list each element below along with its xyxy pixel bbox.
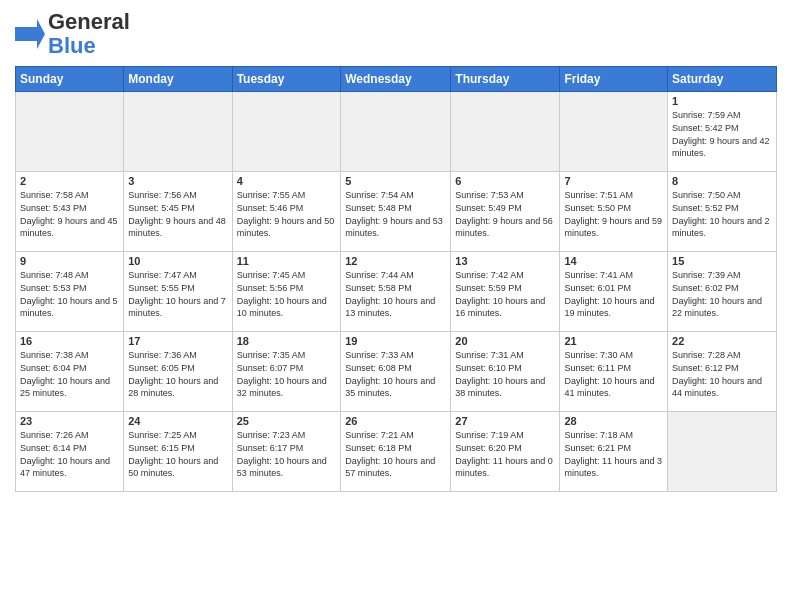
table-row (232, 92, 341, 172)
day-number: 2 (20, 175, 119, 187)
day-info: Sunrise: 7:54 AM Sunset: 5:48 PM Dayligh… (345, 189, 446, 239)
day-number: 1 (672, 95, 772, 107)
table-row: 4Sunrise: 7:55 AM Sunset: 5:46 PM Daylig… (232, 172, 341, 252)
day-info: Sunrise: 7:18 AM Sunset: 6:21 PM Dayligh… (564, 429, 663, 479)
day-number: 7 (564, 175, 663, 187)
day-info: Sunrise: 7:19 AM Sunset: 6:20 PM Dayligh… (455, 429, 555, 479)
calendar-row: 1Sunrise: 7:59 AM Sunset: 5:42 PM Daylig… (16, 92, 777, 172)
day-number: 16 (20, 335, 119, 347)
table-row: 7Sunrise: 7:51 AM Sunset: 5:50 PM Daylig… (560, 172, 668, 252)
calendar-row: 9Sunrise: 7:48 AM Sunset: 5:53 PM Daylig… (16, 252, 777, 332)
table-row: 20Sunrise: 7:31 AM Sunset: 6:10 PM Dayli… (451, 332, 560, 412)
table-row (124, 92, 232, 172)
table-row: 21Sunrise: 7:30 AM Sunset: 6:11 PM Dayli… (560, 332, 668, 412)
table-row: 28Sunrise: 7:18 AM Sunset: 6:21 PM Dayli… (560, 412, 668, 492)
day-info: Sunrise: 7:28 AM Sunset: 6:12 PM Dayligh… (672, 349, 772, 399)
table-row: 13Sunrise: 7:42 AM Sunset: 5:59 PM Dayli… (451, 252, 560, 332)
page: General Blue SundayMondayTuesdayWednesda… (0, 0, 792, 502)
day-number: 5 (345, 175, 446, 187)
table-row: 15Sunrise: 7:39 AM Sunset: 6:02 PM Dayli… (668, 252, 777, 332)
weekday-header-wednesday: Wednesday (341, 67, 451, 92)
day-info: Sunrise: 7:48 AM Sunset: 5:53 PM Dayligh… (20, 269, 119, 319)
logo-text: General Blue (48, 10, 130, 58)
table-row: 16Sunrise: 7:38 AM Sunset: 6:04 PM Dayli… (16, 332, 124, 412)
day-info: Sunrise: 7:50 AM Sunset: 5:52 PM Dayligh… (672, 189, 772, 239)
table-row: 5Sunrise: 7:54 AM Sunset: 5:48 PM Daylig… (341, 172, 451, 252)
day-info: Sunrise: 7:56 AM Sunset: 5:45 PM Dayligh… (128, 189, 227, 239)
day-info: Sunrise: 7:45 AM Sunset: 5:56 PM Dayligh… (237, 269, 337, 319)
day-number: 25 (237, 415, 337, 427)
table-row: 10Sunrise: 7:47 AM Sunset: 5:55 PM Dayli… (124, 252, 232, 332)
day-info: Sunrise: 7:36 AM Sunset: 6:05 PM Dayligh… (128, 349, 227, 399)
day-number: 23 (20, 415, 119, 427)
weekday-header-sunday: Sunday (16, 67, 124, 92)
calendar-row: 2Sunrise: 7:58 AM Sunset: 5:43 PM Daylig… (16, 172, 777, 252)
day-number: 10 (128, 255, 227, 267)
day-info: Sunrise: 7:30 AM Sunset: 6:11 PM Dayligh… (564, 349, 663, 399)
day-info: Sunrise: 7:47 AM Sunset: 5:55 PM Dayligh… (128, 269, 227, 319)
calendar-header-row: SundayMondayTuesdayWednesdayThursdayFrid… (16, 67, 777, 92)
svg-marker-0 (15, 19, 45, 49)
table-row: 17Sunrise: 7:36 AM Sunset: 6:05 PM Dayli… (124, 332, 232, 412)
logo-blue: Blue (48, 33, 96, 58)
day-number: 3 (128, 175, 227, 187)
day-info: Sunrise: 7:23 AM Sunset: 6:17 PM Dayligh… (237, 429, 337, 479)
table-row: 12Sunrise: 7:44 AM Sunset: 5:58 PM Dayli… (341, 252, 451, 332)
day-info: Sunrise: 7:59 AM Sunset: 5:42 PM Dayligh… (672, 109, 772, 159)
table-row: 8Sunrise: 7:50 AM Sunset: 5:52 PM Daylig… (668, 172, 777, 252)
day-info: Sunrise: 7:25 AM Sunset: 6:15 PM Dayligh… (128, 429, 227, 479)
table-row: 1Sunrise: 7:59 AM Sunset: 5:42 PM Daylig… (668, 92, 777, 172)
calendar-row: 16Sunrise: 7:38 AM Sunset: 6:04 PM Dayli… (16, 332, 777, 412)
day-number: 12 (345, 255, 446, 267)
weekday-header-tuesday: Tuesday (232, 67, 341, 92)
day-info: Sunrise: 7:35 AM Sunset: 6:07 PM Dayligh… (237, 349, 337, 399)
calendar-row: 23Sunrise: 7:26 AM Sunset: 6:14 PM Dayli… (16, 412, 777, 492)
day-number: 22 (672, 335, 772, 347)
day-number: 24 (128, 415, 227, 427)
day-number: 17 (128, 335, 227, 347)
table-row: 18Sunrise: 7:35 AM Sunset: 6:07 PM Dayli… (232, 332, 341, 412)
day-number: 11 (237, 255, 337, 267)
table-row (16, 92, 124, 172)
day-number: 8 (672, 175, 772, 187)
day-number: 6 (455, 175, 555, 187)
table-row (560, 92, 668, 172)
table-row (668, 412, 777, 492)
day-info: Sunrise: 7:44 AM Sunset: 5:58 PM Dayligh… (345, 269, 446, 319)
table-row: 23Sunrise: 7:26 AM Sunset: 6:14 PM Dayli… (16, 412, 124, 492)
day-info: Sunrise: 7:55 AM Sunset: 5:46 PM Dayligh… (237, 189, 337, 239)
weekday-header-friday: Friday (560, 67, 668, 92)
day-number: 19 (345, 335, 446, 347)
header: General Blue (15, 10, 777, 58)
logo-general: General (48, 9, 130, 34)
weekday-header-monday: Monday (124, 67, 232, 92)
day-number: 27 (455, 415, 555, 427)
logo: General Blue (15, 10, 130, 58)
calendar-table: SundayMondayTuesdayWednesdayThursdayFrid… (15, 66, 777, 492)
table-row: 2Sunrise: 7:58 AM Sunset: 5:43 PM Daylig… (16, 172, 124, 252)
day-info: Sunrise: 7:21 AM Sunset: 6:18 PM Dayligh… (345, 429, 446, 479)
table-row: 24Sunrise: 7:25 AM Sunset: 6:15 PM Dayli… (124, 412, 232, 492)
table-row (341, 92, 451, 172)
table-row: 6Sunrise: 7:53 AM Sunset: 5:49 PM Daylig… (451, 172, 560, 252)
table-row: 22Sunrise: 7:28 AM Sunset: 6:12 PM Dayli… (668, 332, 777, 412)
table-row: 26Sunrise: 7:21 AM Sunset: 6:18 PM Dayli… (341, 412, 451, 492)
day-number: 28 (564, 415, 663, 427)
day-info: Sunrise: 7:41 AM Sunset: 6:01 PM Dayligh… (564, 269, 663, 319)
day-number: 15 (672, 255, 772, 267)
table-row: 19Sunrise: 7:33 AM Sunset: 6:08 PM Dayli… (341, 332, 451, 412)
day-number: 4 (237, 175, 337, 187)
table-row: 3Sunrise: 7:56 AM Sunset: 5:45 PM Daylig… (124, 172, 232, 252)
day-info: Sunrise: 7:33 AM Sunset: 6:08 PM Dayligh… (345, 349, 446, 399)
table-row: 27Sunrise: 7:19 AM Sunset: 6:20 PM Dayli… (451, 412, 560, 492)
weekday-header-saturday: Saturday (668, 67, 777, 92)
day-info: Sunrise: 7:53 AM Sunset: 5:49 PM Dayligh… (455, 189, 555, 239)
day-info: Sunrise: 7:51 AM Sunset: 5:50 PM Dayligh… (564, 189, 663, 239)
table-row: 9Sunrise: 7:48 AM Sunset: 5:53 PM Daylig… (16, 252, 124, 332)
day-number: 21 (564, 335, 663, 347)
day-info: Sunrise: 7:26 AM Sunset: 6:14 PM Dayligh… (20, 429, 119, 479)
table-row: 25Sunrise: 7:23 AM Sunset: 6:17 PM Dayli… (232, 412, 341, 492)
table-row: 14Sunrise: 7:41 AM Sunset: 6:01 PM Dayli… (560, 252, 668, 332)
day-info: Sunrise: 7:42 AM Sunset: 5:59 PM Dayligh… (455, 269, 555, 319)
day-number: 14 (564, 255, 663, 267)
